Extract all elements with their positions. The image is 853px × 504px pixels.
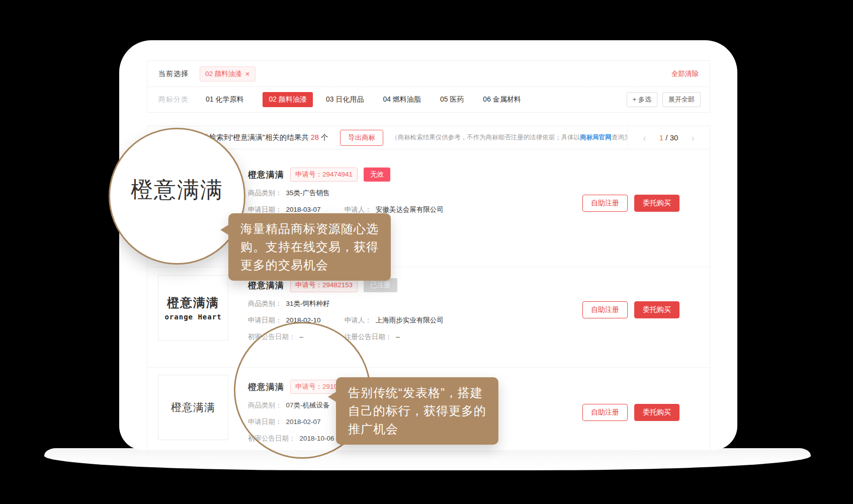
trademark-name: 橙意满满 xyxy=(248,280,284,291)
trademark-name: 橙意满满 xyxy=(248,169,284,181)
application-number: 29474941 xyxy=(322,171,353,178)
callout-line: 告别传统“发表格”，搭建 xyxy=(348,384,486,402)
apply-date-value: 2018-03-07 xyxy=(286,206,321,213)
category-field-label: 商品类别： xyxy=(248,300,282,307)
multi-select-button[interactable]: + 多选 xyxy=(627,92,657,107)
entrust-buy-button[interactable]: 委托购买 xyxy=(634,301,679,318)
trademark-image: 橙意满满 orange Heart xyxy=(158,275,228,341)
page-indicator: 1 / 30 xyxy=(659,133,678,142)
applicant-value: 上海雨步实业有限公司 xyxy=(376,316,444,324)
category-field-value: 31类-饲料种籽 xyxy=(286,300,330,307)
results-header: 为您在当前分类检索到“橙意满满”相关的结果共 28 个 导出商标 （商标检索结果… xyxy=(147,126,710,149)
category-item-04[interactable]: 04 燃料油脂 xyxy=(383,95,420,104)
trademark-image-subtext: orange Heart xyxy=(164,313,221,321)
results-count-suffix: 个 xyxy=(321,133,328,141)
next-page-icon[interactable]: › xyxy=(691,133,695,143)
entrust-buy-button[interactable]: 委托购买 xyxy=(634,195,679,212)
category-item-05[interactable]: 05 医药 xyxy=(440,95,464,104)
application-number-tag: 申请号：29474941 xyxy=(290,167,358,182)
category-item-03[interactable]: 03 日化用品 xyxy=(326,95,364,104)
self-register-button[interactable]: 自助注册 xyxy=(582,404,628,421)
entrust-buy-button[interactable]: 委托购买 xyxy=(634,404,679,421)
application-number-label: 申请号： xyxy=(295,171,322,178)
apply-date-label: 申请日期： xyxy=(248,316,282,324)
registration-publication-label: 注册公告日期： xyxy=(345,333,392,341)
category-item-06[interactable]: 06 金属材料 xyxy=(483,95,521,104)
trademark-office-link[interactable]: 商标局官网 xyxy=(580,134,612,141)
category-field-value: 35类-广告销售 xyxy=(286,189,330,197)
row-actions: 自助注册 委托购买 xyxy=(582,301,679,318)
expand-all-button[interactable]: 展开全部 xyxy=(662,92,701,107)
current-selection-label: 当前选择 xyxy=(158,69,189,78)
apply-date-label: 申请日期： xyxy=(248,206,282,213)
category-row: 商标分类 01 化学原料 02 颜料油漆 03 日化用品 04 燃料油脂 05 … xyxy=(147,87,710,112)
trademark-image-text: 橙意满满 xyxy=(167,295,219,311)
page-separator: / xyxy=(663,133,670,142)
current-selection-row: 当前选择 02 颜料油漆 × 全部清除 xyxy=(147,61,710,87)
category-field-label: 商品类别： xyxy=(248,189,282,197)
category-label: 商标分类 xyxy=(158,95,189,104)
magnifier-circle-zoomed: 橙意满满 xyxy=(109,128,245,265)
current-page: 1 xyxy=(659,133,663,142)
callout-bubble-promotion: 告别传统“发表格”，搭建 自己的标行，获得更多的 推广机会 xyxy=(336,377,498,445)
registration-publication-value: – xyxy=(396,333,400,341)
filter-panel: 当前选择 02 颜料油漆 × 全部清除 商标分类 01 化学原料 02 颜料油漆… xyxy=(147,60,710,113)
clear-all-button[interactable]: 全部清除 xyxy=(671,69,699,78)
applicant-label: 申请人： xyxy=(345,316,372,324)
applicant-value: 安徽美达会展有限公司 xyxy=(376,206,444,213)
row-actions: 自助注册 委托购买 xyxy=(582,195,679,212)
prev-page-icon[interactable]: ‹ xyxy=(643,133,646,143)
callout-line: 购。支持在线交易，获得 xyxy=(240,238,379,256)
table-row: 橙意满满 orange Heart 橙意满满 申请号：29482153 已注册 … xyxy=(147,267,710,368)
self-register-button[interactable]: 自助注册 xyxy=(582,301,628,318)
page-background: 当前选择 02 颜料油漆 × 全部清除 商标分类 01 化学原料 02 颜料油漆… xyxy=(0,0,853,504)
application-number: 29482153 xyxy=(322,281,353,289)
remove-filter-icon[interactable]: × xyxy=(245,70,250,77)
callout-bubble-marketplace: 海量精品商标资源随心选 购。支持在线交易，获得 更多的交易机会 xyxy=(228,213,391,281)
trademark-image: 橙意满满 xyxy=(158,375,228,440)
export-trademark-button[interactable]: 导出商标 xyxy=(340,130,383,146)
disclaimer-text: （商标检索结果仅供参考，不作为商标能否注册的法律依据；具体以 xyxy=(391,134,580,141)
callout-line: 海量精品商标资源随心选 xyxy=(240,220,379,238)
selected-filter-text: 02 颜料油漆 xyxy=(205,69,242,78)
applicant-label: 申请人： xyxy=(345,206,372,213)
trademark-image-text: 橙意满满 xyxy=(171,400,215,414)
disclaimer-text-end: 查询为准。） xyxy=(612,134,627,141)
callout-line: 推广机会 xyxy=(348,420,486,438)
laptop-base xyxy=(44,448,811,470)
category-item-02-active[interactable]: 02 颜料油漆 xyxy=(263,92,312,107)
callout-line: 更多的交易机会 xyxy=(240,256,379,274)
selected-filter-tag[interactable]: 02 颜料油漆 × xyxy=(200,66,255,81)
row-actions: 自助注册 委托购买 xyxy=(582,404,679,421)
total-pages: 30 xyxy=(670,133,678,142)
trademark-info: 橙意满满 申请号：29474941 无效 商品类别：35类-广告销售 申请日期：… xyxy=(248,149,559,215)
magnified-trademark-text: 橙意满满 xyxy=(131,175,223,205)
application-number-label: 申请号： xyxy=(295,281,322,289)
self-register-button[interactable]: 自助注册 xyxy=(582,195,628,212)
callout-line: 自己的标行，获得更多的 xyxy=(348,402,486,420)
status-badge: 无效 xyxy=(364,167,390,182)
category-item-01[interactable]: 01 化学原料 xyxy=(206,95,243,104)
pagination: ‹ 1 / 30 › xyxy=(627,126,710,149)
results-disclaimer: （商标检索结果仅供参考，不作为商标能否注册的法律依据；具体以商标局官网查询为准。… xyxy=(391,133,627,142)
results-count: 28 xyxy=(309,133,321,141)
